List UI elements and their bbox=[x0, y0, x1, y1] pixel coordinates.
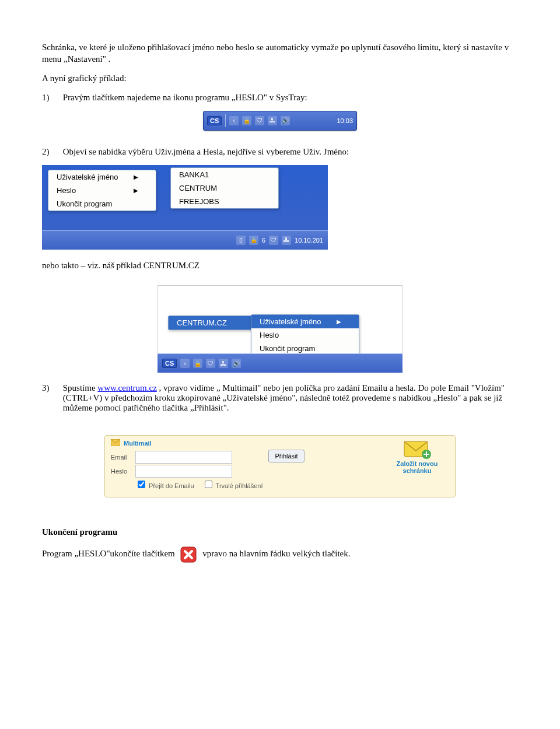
tray-icon: 🔊 bbox=[232, 359, 241, 368]
volume-icon: 🔊 bbox=[281, 116, 290, 125]
context-menu-screenshot-1: Uživatelské jméno ▶ Heslo ▶ Ukončit prog… bbox=[42, 165, 328, 250]
email-field[interactable] bbox=[135, 451, 232, 464]
tray-icon: 🛡 bbox=[206, 359, 215, 368]
submenu-item[interactable]: FREEJOBS bbox=[171, 195, 278, 208]
submenu-arrow-icon: ▶ bbox=[134, 174, 138, 180]
menu-item-username[interactable]: Uživatelské jméno ▶ bbox=[48, 170, 156, 184]
tray-icon: 🖧 bbox=[219, 359, 228, 368]
submenu-item[interactable]: BANKA1 bbox=[171, 168, 278, 181]
tray-date: 10.10.201 bbox=[295, 237, 323, 244]
menu-item-label: Ukončit program bbox=[57, 199, 112, 208]
new-mailbox-label-1: Založit novou bbox=[385, 460, 449, 467]
password-label: Heslo bbox=[111, 468, 132, 475]
multimail-widget: Multimail Email Heslo Přejít do Emailu T… bbox=[104, 435, 456, 497]
step2-text: Objeví se nabídka výběru Uživ.jména a He… bbox=[63, 147, 518, 157]
context-menu-screenshot-2: CENTRUM.CZ ▶ Uživatelské jméno ▶ Heslo U… bbox=[158, 285, 402, 373]
ending-line: Program „HESLO"ukončíte tlačítkem vpravo… bbox=[42, 546, 518, 563]
mail-icon bbox=[111, 439, 120, 447]
new-mailbox-label-2: schránku bbox=[385, 467, 449, 474]
password-field[interactable] bbox=[135, 465, 232, 478]
language-badge: CS bbox=[207, 116, 222, 125]
submenu-arrow-icon: ▶ bbox=[337, 318, 341, 325]
ending-title: Ukončení programu bbox=[42, 527, 518, 538]
multimail-title: Multimail bbox=[124, 440, 152, 447]
submenu-item[interactable]: CENTRUM bbox=[171, 181, 278, 195]
lock-icon: 🔒 bbox=[242, 116, 251, 125]
tray-icon: 🛡 bbox=[269, 236, 278, 245]
systray-screenshot: CS ‹ 🔒 🛡 🖧 🔊 10:03 bbox=[203, 111, 357, 131]
step2-number: 2) bbox=[42, 147, 61, 157]
systray-time: 10:03 bbox=[337, 117, 353, 124]
tray-icon: 🔒 bbox=[249, 236, 258, 245]
step3-text: Spustíme www.centrum.cz , vpravo vidíme … bbox=[63, 383, 518, 413]
submenu-arrow-icon: ▶ bbox=[134, 187, 138, 194]
step1-number: 1) bbox=[42, 93, 61, 103]
tray-icon: 🔒 bbox=[193, 359, 202, 368]
step1-text: Pravým tlačítkem najedeme na ikonu progr… bbox=[63, 93, 518, 103]
step3-number: 3) bbox=[42, 383, 61, 393]
language-badge: CS bbox=[162, 359, 177, 368]
checkbox-persistent-login[interactable]: Trvalé přihlášení bbox=[202, 479, 263, 490]
new-mailbox-icon[interactable] bbox=[403, 439, 431, 459]
mid-paragraph: nebo takto – viz. náš příklad CENTRUM.CZ bbox=[42, 260, 518, 272]
tray-count: 6 bbox=[262, 237, 265, 244]
menu-item-label: Heslo bbox=[57, 186, 76, 195]
close-icon[interactable] bbox=[180, 546, 197, 563]
chevron-icon: ‹ bbox=[180, 359, 190, 368]
tray-icon: ▯ bbox=[236, 236, 246, 245]
intro-paragraph-1: Schránka, ve které je uloženo přihlašova… bbox=[42, 42, 518, 65]
menu-item-label: CENTRUM.CZ bbox=[177, 318, 227, 327]
tray-icon: 🖧 bbox=[282, 236, 291, 245]
menu-item-exit[interactable]: Ukončit program bbox=[48, 197, 156, 211]
chevron-icon: ‹ bbox=[229, 116, 239, 125]
login-button[interactable]: Přihlásit bbox=[268, 450, 304, 462]
centrum-link[interactable]: www.centrum.cz bbox=[97, 383, 156, 392]
menu-item-label: Uživatelské jméno bbox=[260, 317, 321, 326]
menu-item-label: Ukončit program bbox=[260, 344, 315, 353]
menu-item-label: Uživatelské jméno bbox=[57, 173, 118, 181]
intro-paragraph-2: A nyní grafický příklad: bbox=[42, 73, 518, 85]
submenu-username[interactable]: Uživatelské jméno ▶ bbox=[251, 315, 359, 328]
network-icon: 🖧 bbox=[268, 116, 277, 125]
menu-item-password[interactable]: Heslo ▶ bbox=[48, 184, 156, 197]
checkbox-goto-email[interactable]: Přejít do Emailu bbox=[135, 479, 194, 490]
submenu-password[interactable]: Heslo bbox=[251, 328, 359, 342]
menu-item-label: Heslo bbox=[260, 331, 279, 339]
email-label: Email bbox=[111, 454, 132, 461]
shield-icon: 🛡 bbox=[255, 116, 264, 125]
